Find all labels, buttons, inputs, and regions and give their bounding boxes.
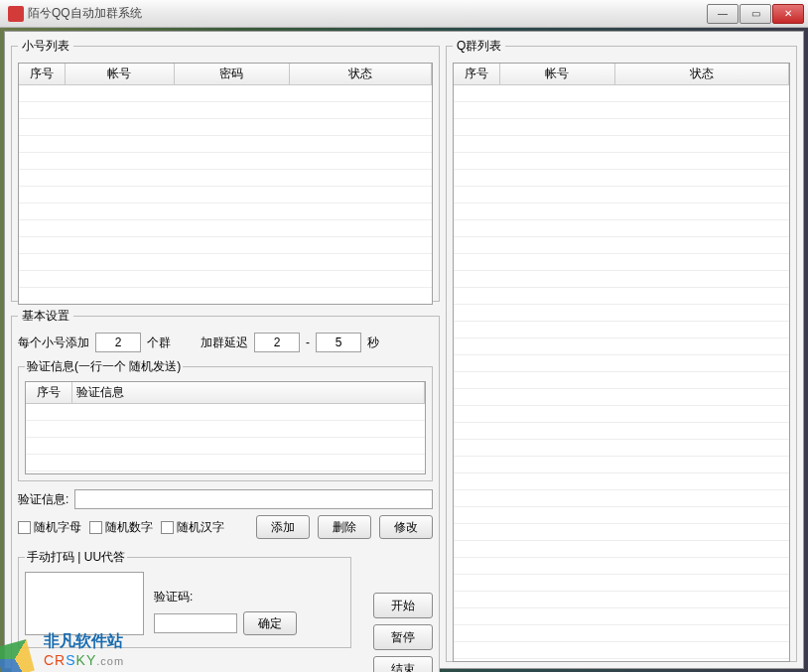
per-small-prefix: 每个小号添加 [18,335,89,351]
verify-table-wrap[interactable]: 序号 验证信息 [25,381,426,474]
table-row[interactable] [19,254,432,271]
table-row[interactable] [454,608,789,625]
table-row[interactable] [454,102,789,119]
left-column: 小号列表 序号 帐号 密码 状态 [11,38,440,662]
table-row[interactable] [454,524,789,541]
delay-min-input[interactable] [254,333,300,352]
table-row[interactable] [19,136,432,153]
table-row[interactable] [19,153,432,170]
verify-modify-button[interactable]: 修改 [379,515,433,539]
pause-button[interactable]: 暂停 [373,624,433,650]
small-col-index[interactable]: 序号 [19,64,65,85]
small-col-account[interactable]: 帐号 [65,64,174,85]
table-row[interactable] [454,203,789,220]
table-row[interactable] [454,170,789,187]
qgroup-legend: Q群列表 [453,38,505,55]
verify-input-row: 验证信息: [18,489,433,509]
verify-col-info[interactable]: 验证信息 [71,382,425,404]
table-row[interactable] [454,372,789,389]
table-row[interactable] [454,153,789,170]
minimize-button[interactable]: — [707,4,739,24]
verify-add-button[interactable]: 添加 [256,515,310,539]
chk-random-hanzi[interactable]: 随机汉字 [161,519,224,536]
app-window: 陌兮QQ自动加群系统 — ▭ ✕ 小号列表 序号 帐号 [0,0,808,672]
table-row[interactable] [19,237,432,254]
chk-random-digits[interactable]: 随机数字 [89,519,153,536]
window-title: 陌兮QQ自动加群系统 [28,5,706,22]
verify-col-index[interactable]: 序号 [26,382,71,404]
table-row[interactable] [454,322,789,338]
table-row[interactable] [454,288,789,305]
table-row[interactable] [454,473,789,490]
table-row[interactable] [454,490,789,507]
table-row[interactable] [19,85,432,102]
close-button[interactable]: ✕ [772,4,804,24]
table-row[interactable] [26,421,425,438]
captcha-label: 验证码: [154,589,193,605]
table-row[interactable] [454,642,789,659]
table-row[interactable] [454,338,789,355]
qgroup-col-index[interactable]: 序号 [454,64,499,85]
chk-random-letters[interactable]: 随机字母 [18,519,81,536]
captcha-group: 手动打码 | UU代答 验证码: 确定 [18,549,351,648]
captcha-ok-button[interactable]: 确定 [243,611,297,635]
per-small-input[interactable] [95,333,141,352]
small-account-table-wrap[interactable]: 序号 帐号 密码 状态 [18,63,433,305]
verify-delete-button[interactable]: 删除 [318,515,371,539]
delay-prefix: 加群延迟 [201,335,248,351]
small-account-table[interactable]: 序号 帐号 密码 状态 [19,64,432,305]
verify-table[interactable]: 序号 验证信息 [26,382,425,471]
table-row[interactable] [454,254,789,271]
settings-row-counts: 每个小号添加 个群 加群延迟 - 秒 [18,333,433,352]
table-row[interactable] [454,558,789,575]
table-row[interactable] [454,592,789,608]
table-row[interactable] [454,220,789,237]
table-row[interactable] [19,187,432,203]
table-row[interactable] [454,136,789,153]
table-row[interactable] [454,187,789,203]
table-row[interactable] [19,271,432,288]
maximize-button[interactable]: ▭ [740,4,771,24]
table-row[interactable] [19,102,432,119]
captcha-input[interactable] [154,613,237,633]
table-row[interactable] [454,457,789,473]
table-row[interactable] [26,438,425,455]
table-row[interactable] [454,575,789,592]
table-row[interactable] [26,455,425,471]
delay-max-input[interactable] [316,333,361,352]
verify-input[interactable] [74,489,433,509]
qgroup-table-wrap[interactable]: 序号 帐号 状态 [453,63,790,662]
table-row[interactable] [454,625,789,642]
table-row[interactable] [454,423,789,440]
verify-options-row: 随机字母 随机数字 随机汉字 添加 删除 修改 [18,515,433,539]
qgroup-col-status[interactable]: 状态 [614,64,789,85]
titlebar[interactable]: 陌兮QQ自动加群系统 — ▭ ✕ [0,0,808,28]
qgroup-table[interactable]: 序号 帐号 状态 [454,64,789,659]
qgroup-col-account[interactable]: 帐号 [499,64,614,85]
table-row[interactable] [454,355,789,372]
small-account-legend: 小号列表 [18,38,73,55]
table-row[interactable] [19,288,432,305]
end-button[interactable]: 结束 [373,656,433,672]
table-row[interactable] [454,440,789,457]
table-row[interactable] [454,85,789,102]
window-body: 小号列表 序号 帐号 密码 状态 [0,28,808,672]
verify-list-legend: 验证信息(一行一个 随机发送) [25,358,183,375]
start-button[interactable]: 开始 [373,593,433,618]
table-row[interactable] [19,170,432,187]
table-row[interactable] [454,271,789,288]
table-row[interactable] [19,220,432,237]
table-row[interactable] [454,389,789,406]
small-col-password[interactable]: 密码 [174,64,289,85]
table-row[interactable] [454,119,789,136]
table-row[interactable] [26,404,425,421]
table-row[interactable] [454,541,789,558]
table-row[interactable] [19,203,432,220]
table-row[interactable] [454,507,789,524]
table-row[interactable] [454,406,789,423]
table-row[interactable] [454,237,789,254]
table-row[interactable] [19,119,432,136]
table-row[interactable] [454,305,789,322]
checkbox-icon [89,521,102,534]
small-col-status[interactable]: 状态 [289,64,432,85]
